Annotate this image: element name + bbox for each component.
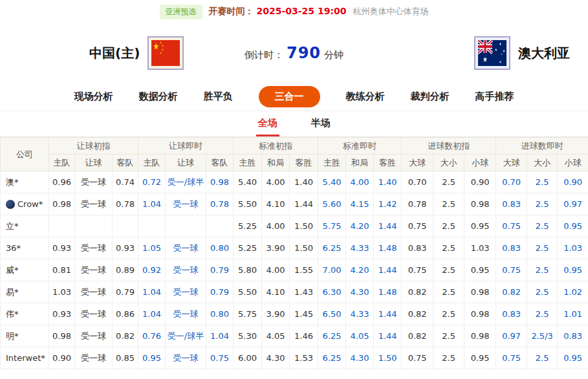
- odds-cell: 受一球: [166, 193, 206, 215]
- odds-cell: 0.86: [113, 303, 138, 325]
- company-cell[interactable]: 易*: [1, 281, 49, 303]
- group-1x2-initial: 标准初指: [234, 138, 318, 155]
- odds-cell: 0.95: [558, 259, 588, 281]
- company-name: Crow*: [17, 199, 43, 209]
- company-header: 公司: [1, 138, 49, 171]
- table-row: Interwet*0.90受一球0.850.95受一球0.756.004.301…: [1, 347, 588, 369]
- table-row: 明*0.98受一球0.820.76受一/球半1.045.304.051.466.…: [1, 325, 588, 347]
- odds-cell: 5.80: [234, 259, 262, 281]
- kickoff-value: 2025-03-25 19:00: [257, 6, 347, 16]
- league-badge[interactable]: 亚洲预选: [160, 5, 202, 19]
- col-header: 主队: [138, 155, 166, 171]
- odds-cell: 1.40: [374, 171, 402, 193]
- company-name: Interwet*: [6, 353, 45, 363]
- odds-cell: 1.44: [374, 325, 402, 347]
- odds-cell: 4.10: [262, 193, 290, 215]
- tab-referee-analysis[interactable]: 裁判分析: [411, 91, 450, 103]
- countdown-unit: 分钟: [324, 49, 343, 61]
- odds-cell: 受一球: [75, 237, 113, 259]
- col-header: 大小: [433, 155, 464, 171]
- away-team: 澳大利亚: [474, 36, 570, 70]
- odds-cell: 5.50: [234, 193, 262, 215]
- col-header: 客胜: [374, 155, 402, 171]
- company-cell[interactable]: 立*: [1, 215, 49, 237]
- odds-cell: 2.5: [527, 281, 558, 303]
- odds-cell: 受一球: [75, 281, 113, 303]
- tab-coach-analysis[interactable]: 教练分析: [346, 91, 385, 103]
- odds-cell: 2.5: [527, 347, 558, 369]
- odds-cell: 0.95: [464, 215, 496, 237]
- tab-data-analysis[interactable]: 数据分析: [139, 91, 178, 103]
- odds-cell: 1.44: [374, 303, 402, 325]
- odds-cell: 1.53: [290, 347, 318, 369]
- odds-cell: 受一球: [75, 325, 113, 347]
- odds-cell: 0.89: [113, 259, 138, 281]
- company-cell[interactable]: 36*: [1, 237, 49, 259]
- odds-cell: 0.85: [113, 347, 138, 369]
- group-handicap-live: 让球即时: [138, 138, 234, 155]
- odds-cell: 受一球: [75, 347, 113, 369]
- odds-cell: 0.90: [464, 171, 496, 193]
- period-tabs: 全场 半场: [0, 111, 588, 137]
- kickoff-time: 开赛时间：2025-03-25 19:00: [209, 6, 347, 17]
- company-cell[interactable]: Crow*: [1, 193, 49, 215]
- odds-cell: 0.93: [113, 237, 138, 259]
- tab-three-in-one[interactable]: 三合一: [259, 86, 320, 107]
- odds-cell: 1.04: [138, 193, 166, 215]
- company-cell[interactable]: 伟*: [1, 303, 49, 325]
- odds-cell: 0.79: [206, 281, 234, 303]
- odds-cell: 2.5: [433, 303, 464, 325]
- col-header: 小球: [558, 155, 588, 171]
- home-team-name: 中国(主): [89, 45, 140, 62]
- odds-cell: 5.60: [318, 193, 346, 215]
- tab-win-draw-loss[interactable]: 胜平负: [204, 91, 233, 103]
- odds-cell: 6.25: [318, 325, 346, 347]
- table-row: 36*0.93受一球0.931.05受一球0.805.253.901.506.2…: [1, 237, 588, 259]
- odds-cell: 1.04: [206, 325, 234, 347]
- odds-cell: 0.95: [558, 215, 588, 237]
- group-goals-initial: 进球数初指: [402, 138, 496, 155]
- odds-cell: 1.01: [558, 303, 588, 325]
- odds-page: 亚洲预选 开赛时间：2025-03-25 19:00 杭州奥体中心体育场 中国(…: [0, 0, 588, 379]
- odds-cell: [113, 215, 138, 237]
- company-name: 易*: [6, 287, 19, 297]
- odds-cell: 0.82: [402, 281, 433, 303]
- tab-half-match[interactable]: 半场: [309, 111, 332, 136]
- odds-cell: 受一球: [166, 347, 206, 369]
- odds-cell: 2.5: [433, 347, 464, 369]
- tab-expert-picks[interactable]: 高手推荐: [475, 91, 514, 103]
- odds-cell: 0.95: [464, 259, 496, 281]
- odds-cell: 1.48: [374, 237, 402, 259]
- odds-cell: [75, 215, 113, 237]
- odds-cell: 0.78: [113, 193, 138, 215]
- group-1x2-live: 标准即时: [318, 138, 402, 155]
- tab-full-match[interactable]: 全场: [256, 111, 279, 136]
- odds-cell: 0.98: [49, 325, 75, 347]
- odds-cell: 0.75: [402, 259, 433, 281]
- odds-cell: 4.30: [346, 281, 374, 303]
- odds-cell: 0.96: [49, 171, 75, 193]
- company-cell[interactable]: 澳*: [1, 171, 49, 193]
- col-header: 主队: [49, 155, 75, 171]
- company-cell[interactable]: 明*: [1, 325, 49, 347]
- tab-live-analysis[interactable]: 现场分析: [74, 91, 113, 103]
- odds-cell: 0.98: [464, 193, 496, 215]
- group-handicap-initial: 让球初指: [49, 138, 138, 155]
- odds-cell: 6.00: [234, 347, 262, 369]
- odds-cell: 0.70: [496, 171, 527, 193]
- company-cell[interactable]: 威*: [1, 259, 49, 281]
- odds-cell: 0.98: [206, 171, 234, 193]
- odds-cell: 1.45: [290, 303, 318, 325]
- company-cell[interactable]: Interwet*: [1, 347, 49, 369]
- odds-cell: 1.46: [290, 325, 318, 347]
- odds-cell: 2.5: [433, 259, 464, 281]
- odds-cell: 0.92: [138, 259, 166, 281]
- company-name: 36*: [6, 243, 21, 253]
- odds-cell: 0.82: [402, 303, 433, 325]
- odds-cell: 0.76: [138, 325, 166, 347]
- odds-cell: 受一球: [166, 259, 206, 281]
- odds-cell: 1.40: [290, 171, 318, 193]
- odds-cell: 1.44: [374, 259, 402, 281]
- table-row: 伟*0.93受一球0.861.04受一球0.805.753.901.456.50…: [1, 303, 588, 325]
- odds-cell: 6.25: [318, 347, 346, 369]
